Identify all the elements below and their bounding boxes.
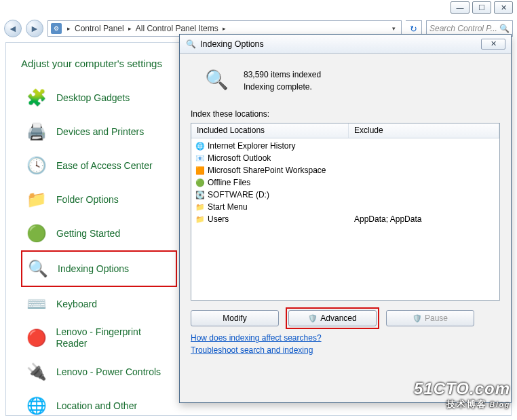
power-icon: 🔌 [25, 360, 48, 383]
cp-item-lenovo-power[interactable]: 🔌 Lenovo - Power Controls [21, 355, 177, 389]
locations-rows: 🌐Internet Explorer History 📧Microsoft Ou… [191, 138, 499, 227]
cp-item-label: Lenovo - Power Controls [56, 366, 161, 378]
col-exclude[interactable]: Exclude [349, 123, 499, 138]
loc-name: Users [208, 214, 229, 224]
status-text: 83,590 items indexed Indexing complete. [244, 67, 321, 94]
sharepoint-icon: 🟧 [195, 166, 205, 175]
loc-name: SOFTWARE (D:) [208, 190, 269, 199]
parent-window-controls: — ☐ ✕ [451, 1, 513, 14]
uac-shield-icon: 🛡️ [413, 313, 422, 323]
maximize-button[interactable]: ☐ [472, 1, 491, 14]
cp-item-label: Lenovo - Fingerprint Reader [56, 326, 174, 349]
printer-icon: 🖨️ [25, 120, 48, 143]
help-link-troubleshoot[interactable]: Troubleshoot search and indexing [191, 345, 500, 355]
advanced-highlight: 🛡️ Advanced [286, 307, 379, 329]
control-panel-icon: ⚙ [51, 23, 62, 34]
location-row[interactable]: 🟢Offline Files [191, 176, 499, 189]
gadgets-icon: 🧩 [25, 86, 48, 109]
fingerprint-icon: 🔴 [25, 326, 48, 349]
loc-exclude: AppData; AppData [349, 214, 499, 224]
indexing-options-dialog: 🔍 Indexing Options ✕ 🔍 83,590 items inde… [179, 34, 512, 403]
items-indexed-text: 83,590 items indexed [244, 70, 321, 79]
page-heading: Adjust your computer's settings [21, 58, 162, 69]
col-included[interactable]: Included Locations [191, 123, 349, 138]
dialog-button-row: Modify 🛡️ Advanced 🛡️ Pause [191, 307, 500, 329]
cp-item-getting-started[interactable]: 🟢 Getting Started [21, 216, 177, 250]
cp-item-label: Keyboard [56, 299, 97, 310]
locations-label: Index these locations: [191, 109, 500, 119]
cp-item-ease-of-access[interactable]: 🕓 Ease of Access Center [21, 149, 177, 183]
outlook-icon: 📧 [195, 153, 205, 163]
advanced-button[interactable]: 🛡️ Advanced [288, 310, 377, 326]
cp-item-label: Devices and Printers [56, 126, 144, 138]
breadcrumb-seg-2[interactable]: All Control Panel Items [133, 24, 221, 33]
cp-item-label: Ease of Access Center [56, 160, 153, 172]
location-row[interactable]: 🟧Microsoft SharePoint Workspace [191, 164, 499, 176]
cp-item-location[interactable]: 🌐 Location and Other [21, 389, 177, 420]
location-row[interactable]: 💽SOFTWARE (D:) [191, 189, 499, 201]
drive-icon: 💽 [195, 190, 205, 199]
folder-icon: 📁 [195, 214, 205, 224]
folder-icon: 📁 [25, 188, 48, 211]
keyboard-icon: ⌨️ [25, 292, 48, 316]
dialog-title-text: Indexing Options [200, 39, 264, 49]
loc-name: Microsoft SharePoint Workspace [208, 166, 326, 175]
loc-name: Internet Explorer History [208, 141, 295, 151]
location-row[interactable]: 📧Microsoft Outlook [191, 152, 499, 164]
dialog-titlebar[interactable]: 🔍 Indexing Options ✕ [180, 35, 511, 54]
cp-item-label: Getting Started [56, 228, 120, 240]
forward-button[interactable]: ► [26, 20, 43, 37]
location-row[interactable]: 🌐Internet Explorer History [191, 140, 499, 152]
cp-item-desktop-gadgets[interactable]: 🧩 Desktop Gadgets [21, 81, 177, 115]
loc-name: Offline Files [208, 178, 250, 187]
cp-item-label: Desktop Gadgets [56, 92, 130, 104]
status-row: 🔍 83,590 items indexed Indexing complete… [202, 67, 500, 94]
dialog-icon: 🔍 [185, 39, 196, 50]
ie-icon: 🌐 [195, 141, 205, 151]
breadcrumb-sep: ▸ [66, 25, 72, 32]
start-icon: 🟢 [25, 222, 48, 245]
modify-button[interactable]: Modify [191, 310, 279, 326]
loc-name: Start Menu [208, 202, 248, 212]
breadcrumb-seg-1[interactable]: Control Panel [72, 24, 127, 33]
indexing-status-text: Indexing complete. [244, 82, 321, 92]
location-row[interactable]: 📁UsersAppData; AppData [191, 213, 499, 225]
dialog-close-button[interactable]: ✕ [481, 39, 505, 50]
ease-icon: 🕓 [25, 154, 48, 177]
locations-header: Included Locations Exclude [191, 123, 499, 138]
help-link-indexing[interactable]: How does indexing affect searches? [191, 333, 500, 343]
cp-item-indexing-options[interactable]: 🔍 Indexing Options [21, 250, 177, 287]
dialog-body: 🔍 83,590 items indexed Indexing complete… [180, 54, 511, 364]
pause-label: Pause [425, 313, 448, 323]
cp-item-label: Folder Options [56, 194, 119, 206]
cp-item-devices-printers[interactable]: 🖨️ Devices and Printers [21, 115, 177, 149]
cp-item-lenovo-fingerprint[interactable]: 🔴 Lenovo - Fingerprint Reader [21, 321, 177, 355]
breadcrumb-sep: ▸ [127, 25, 133, 32]
search-placeholder: Search Control P... [429, 24, 497, 33]
locations-list: Included Locations Exclude 🌐Internet Exp… [191, 123, 500, 301]
index-icon: 🔍 [26, 257, 50, 280]
address-dropdown[interactable]: ▾ [389, 25, 398, 32]
pause-button: 🛡️ Pause [386, 310, 474, 326]
loc-name: Microsoft Outlook [208, 153, 271, 163]
back-button[interactable]: ◄ [4, 20, 22, 37]
folder-icon: 📁 [195, 202, 205, 212]
control-panel-item-list: 🧩 Desktop Gadgets 🖨️ Devices and Printer… [21, 81, 177, 420]
advanced-label: Advanced [320, 313, 356, 323]
offline-icon: 🟢 [195, 178, 205, 187]
minimize-button[interactable]: — [451, 1, 470, 14]
location-icon: 🌐 [25, 394, 48, 417]
cp-item-label: Location and Other [56, 400, 137, 412]
breadcrumb-sep: ▸ [221, 25, 227, 32]
magnifier-drive-icon: 🔍 [202, 67, 231, 92]
close-button[interactable]: ✕ [494, 1, 513, 14]
search-icon: 🔍 [499, 24, 510, 33]
location-row[interactable]: 📁Start Menu [191, 201, 499, 213]
cp-item-folder-options[interactable]: 📁 Folder Options [21, 183, 177, 216]
uac-shield-icon: 🛡️ [308, 313, 318, 323]
cp-item-label: Indexing Options [58, 263, 129, 275]
cp-item-keyboard[interactable]: ⌨️ Keyboard [21, 287, 177, 321]
